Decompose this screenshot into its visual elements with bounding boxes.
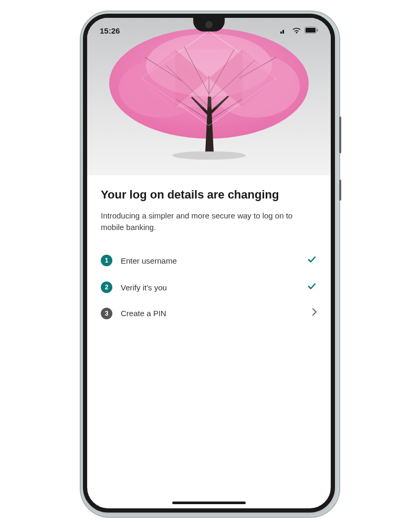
step-enter-username[interactable]: 1 Enter username — [101, 249, 317, 273]
home-indicator[interactable] — [172, 502, 246, 504]
content-area: Your log on details are changing Introdu… — [87, 175, 331, 337]
power-button — [339, 180, 341, 201]
check-icon — [307, 281, 317, 294]
phone-notch — [193, 18, 225, 32]
wifi-icon — [292, 26, 301, 35]
phone-device-frame: 15:26 — [80, 11, 340, 518]
step-label: Verify it's you — [121, 283, 307, 292]
step-verify-its-you[interactable]: 2 Verify it's you — [101, 276, 317, 299]
step-label: Enter username — [121, 256, 307, 265]
chevron-right-icon — [312, 308, 317, 319]
step-number-badge: 2 — [101, 281, 112, 293]
step-number-badge: 3 — [101, 308, 112, 319]
svg-rect-1 — [306, 28, 316, 33]
steps-list: 1 Enter username 2 Verify it's you 3 Cre… — [101, 249, 317, 325]
svg-point-17 — [172, 151, 246, 160]
step-create-a-pin[interactable]: 3 Create a PIN — [101, 302, 317, 325]
hero-image — [87, 18, 331, 175]
svg-rect-2 — [317, 29, 318, 32]
volume-button — [339, 117, 341, 153]
page-title: Your log on details are changing — [101, 188, 317, 202]
phone-screen: 15:26 — [83, 14, 335, 513]
page-subtitle: Introducing a simpler and more secure wa… — [101, 210, 317, 233]
step-number-badge: 1 — [101, 255, 112, 266]
status-indicators — [280, 26, 319, 35]
battery-icon — [304, 26, 318, 35]
check-icon — [307, 254, 317, 267]
step-label: Create a PIN — [121, 309, 312, 318]
status-time: 15:26 — [100, 26, 120, 35]
cellular-signal-icon — [280, 27, 289, 34]
